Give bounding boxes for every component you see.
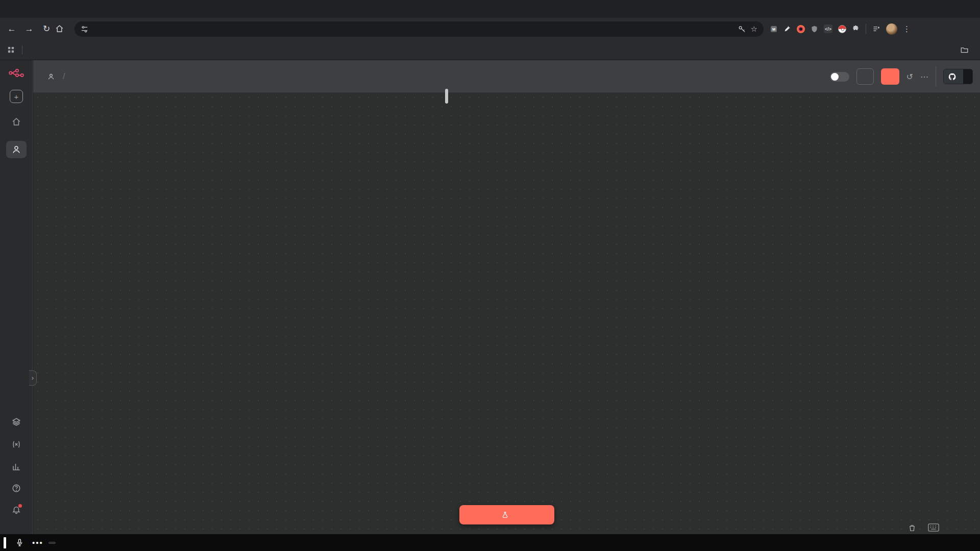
execute-workflow-button[interactable] [459, 505, 554, 524]
text-cursor [4, 537, 6, 548]
github-icon [948, 73, 956, 81]
clear-icon [909, 524, 916, 532]
clear-execution-button[interactable] [909, 524, 919, 532]
notification-dot [18, 504, 22, 508]
extensions-puzzle-icon[interactable] [852, 25, 860, 33]
sidebar-item-help[interactable] [0, 484, 33, 493]
extension-icons: M </> ⋮ [770, 23, 911, 35]
address-bar[interactable]: ☆ [75, 21, 764, 37]
add-workflow-button[interactable]: + [0, 90, 33, 103]
header-divider [936, 66, 936, 87]
overlay-key-hint [48, 542, 56, 544]
breadcrumb: / [47, 72, 80, 81]
microphone-icon[interactable] [15, 538, 24, 547]
eyedropper-icon[interactable] [783, 25, 791, 33]
back-icon[interactable]: ← [3, 24, 20, 34]
bookmark-divider [22, 45, 22, 55]
instagram-extension-icon[interactable] [797, 25, 805, 33]
flask-icon [501, 511, 509, 519]
bookmarks-bar [0, 40, 980, 60]
view-tabs [445, 89, 448, 104]
apps-grid-icon[interactable] [7, 46, 15, 54]
home-icon[interactable] [55, 24, 72, 33]
sidebar-item-variables[interactable] [0, 440, 33, 449]
keyboard-shortcuts-icon[interactable] [928, 523, 939, 532]
all-bookmarks[interactable] [961, 46, 972, 53]
workflow-canvas[interactable] [33, 93, 980, 534]
shield-extension-icon[interactable] [811, 25, 818, 33]
grid-extension-icon[interactable]: M [770, 25, 778, 33]
sidebar-item-home[interactable] [0, 117, 33, 127]
sidebar-item-personal[interactable] [0, 145, 33, 154]
maximize-button[interactable] [933, 0, 957, 16]
browser-tab-strip [0, 0, 980, 18]
reload-icon[interactable]: ↻ [38, 23, 55, 34]
window-controls [910, 0, 980, 16]
code-extension-icon[interactable]: </> [824, 24, 832, 33]
breadcrumb-separator: / [63, 72, 65, 81]
svg-text:M: M [772, 27, 775, 31]
notification-bell-icon[interactable] [0, 505, 33, 514]
person-icon [47, 73, 55, 80]
profile-avatar[interactable] [886, 23, 897, 35]
bottom-taskbar: ••• [0, 534, 980, 551]
pokeball-extension-icon[interactable] [838, 25, 846, 33]
minimize-button[interactable] [910, 0, 933, 16]
sidebar-item-templates[interactable] [0, 417, 33, 427]
browser-menu-icon[interactable]: ⋮ [903, 24, 911, 34]
more-options-icon[interactable]: ⋯ [920, 72, 928, 82]
taskbar-more-icon[interactable]: ••• [32, 538, 43, 547]
screen: ← → ↻ ☆ M </> ⋮ [0, 0, 980, 551]
history-icon[interactable]: ↺ [906, 72, 913, 82]
share-button[interactable] [856, 68, 874, 85]
workflow-header: / ↺ ⋯ [33, 60, 980, 93]
password-key-icon[interactable] [738, 24, 746, 33]
n8n-sidebar: + [0, 60, 33, 534]
star-count [963, 69, 972, 84]
bookmark-star-icon[interactable]: ☆ [751, 24, 757, 34]
sidebar-item-insights[interactable] [0, 462, 33, 471]
browser-toolbar: ← → ↻ ☆ M </> ⋮ [0, 18, 980, 40]
toolbar-divider [866, 24, 866, 34]
github-star-widget[interactable] [943, 69, 973, 84]
tab-list-icon[interactable] [872, 25, 880, 33]
sidebar-collapse-toggle[interactable]: › [29, 370, 37, 386]
forward-icon[interactable]: → [20, 24, 38, 34]
folder-icon [961, 46, 968, 53]
active-toggle[interactable] [830, 72, 849, 82]
n8n-logo [0, 68, 33, 78]
site-settings-icon[interactable] [81, 25, 88, 33]
save-button[interactable] [881, 68, 899, 85]
close-button[interactable] [957, 0, 980, 16]
